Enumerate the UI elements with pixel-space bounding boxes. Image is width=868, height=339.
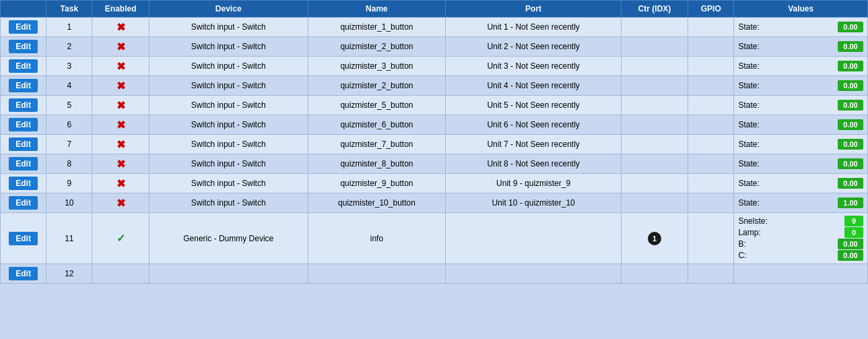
device-name: Switch input - Switch xyxy=(149,115,308,135)
edit-button-row-9[interactable]: Edit xyxy=(9,177,38,190)
edit-cell: Edit xyxy=(1,115,46,135)
table-row: Edit4✖Switch input - Switchquizmister_2_… xyxy=(1,76,868,96)
port-info: Unit 10 - quizmister_10 xyxy=(446,193,622,213)
edit-button-row-12[interactable]: Edit xyxy=(9,267,38,280)
device-name: Switch input - Switch xyxy=(149,76,308,96)
edit-button-row-5[interactable]: Edit xyxy=(9,98,38,112)
edit-cell: Edit xyxy=(1,96,46,115)
edit-button-row-7[interactable]: Edit xyxy=(9,137,38,151)
ctr-idx xyxy=(621,57,688,76)
value-display: 0.00 xyxy=(838,100,863,111)
task-number: 3 xyxy=(46,57,92,76)
value-display: 0.00 xyxy=(838,158,863,169)
device-name: Switch input - Switch xyxy=(149,135,308,154)
enabled-indicator: ✖ xyxy=(92,193,149,213)
edit-button-row-2[interactable]: Edit xyxy=(9,40,38,53)
gpio-value xyxy=(688,96,734,115)
col-header-name: Name xyxy=(308,1,446,18)
ctr-idx xyxy=(621,76,688,96)
ctr-idx xyxy=(621,193,688,213)
disabled-icon: ✖ xyxy=(116,158,125,170)
table-row: Edit3✖Switch input - Switchquizmister_3_… xyxy=(1,57,868,76)
gpio-value xyxy=(688,18,734,37)
value-label: C: xyxy=(738,251,746,260)
device-item-name: quizmister_7_button xyxy=(308,135,446,154)
port-info: Unit 9 - quizmister_9 xyxy=(446,174,622,193)
table-row: Edit11✓Generic - Dummy Deviceinfo1Snelst… xyxy=(1,213,868,264)
port-info: Unit 5 - Not Seen recently xyxy=(446,96,622,115)
gpio-value xyxy=(688,76,734,96)
ctr-idx xyxy=(621,115,688,135)
value-label: State: xyxy=(738,120,759,129)
device-name xyxy=(149,264,308,284)
task-number: 1 xyxy=(46,18,92,37)
gpio-value xyxy=(688,57,734,76)
value-display: 0.00 xyxy=(838,61,863,71)
task-number: 8 xyxy=(46,154,92,174)
port-info: Unit 6 - Not Seen recently xyxy=(446,115,622,135)
value-row: State:0.00 xyxy=(738,178,863,189)
table-row: Edit8✖Switch input - Switchquizmister_8_… xyxy=(1,154,868,174)
value-row: State:0.00 xyxy=(738,41,863,52)
edit-cell: Edit xyxy=(1,264,46,284)
ctr-idx xyxy=(621,174,688,193)
col-header-ctr: Ctr (IDX) xyxy=(621,1,688,18)
value-label: State: xyxy=(738,140,759,149)
value-row: State:0.00 xyxy=(738,61,863,71)
gpio-value xyxy=(688,213,734,264)
enabled-indicator: ✖ xyxy=(92,76,149,96)
edit-button-row-10[interactable]: Edit xyxy=(9,196,38,210)
edit-cell: Edit xyxy=(1,213,46,264)
value-row: State:1.00 xyxy=(738,197,863,208)
values-cell: State:0.00 xyxy=(734,154,868,174)
device-name: Switch input - Switch xyxy=(149,37,308,57)
edit-cell: Edit xyxy=(1,135,46,154)
value-row: C:0.00 xyxy=(738,250,863,261)
values-cell: State:0.00 xyxy=(734,57,868,76)
value-display: 0.00 xyxy=(838,41,863,52)
device-name: Switch input - Switch xyxy=(149,174,308,193)
enabled-indicator: ✖ xyxy=(92,96,149,115)
port-info: Unit 4 - Not Seen recently xyxy=(446,76,622,96)
device-item-name: quizmister_8_button xyxy=(308,154,446,174)
value-display: 9 xyxy=(844,216,863,226)
edit-button-row-4[interactable]: Edit xyxy=(9,79,38,92)
gpio-value xyxy=(688,174,734,193)
value-row: State:0.00 xyxy=(738,139,863,150)
enabled-indicator: ✖ xyxy=(92,115,149,135)
edit-cell: Edit xyxy=(1,76,46,96)
device-name: Generic - Dummy Device xyxy=(149,213,308,264)
table-row: Edit6✖Switch input - Switchquizmister_6_… xyxy=(1,115,868,135)
edit-cell: Edit xyxy=(1,18,46,37)
values-cell: State:0.00 xyxy=(734,37,868,57)
ctr-idx xyxy=(621,154,688,174)
values-cell: State:1.00 xyxy=(734,193,868,213)
edit-cell: Edit xyxy=(1,193,46,213)
values-cell: State:0.00 xyxy=(734,18,868,37)
table-row: Edit1✖Switch input - Switchquizmister_1_… xyxy=(1,18,868,37)
value-display: 0.00 xyxy=(838,178,863,189)
value-label: State: xyxy=(738,22,759,32)
edit-button-row-1[interactable]: Edit xyxy=(9,20,38,34)
edit-button-row-11[interactable]: Edit xyxy=(9,232,38,245)
value-display: 0.00 xyxy=(838,119,863,130)
port-info xyxy=(446,264,622,284)
ctr-idx xyxy=(621,135,688,154)
disabled-icon: ✖ xyxy=(116,61,125,72)
col-header-gpio: GPIO xyxy=(688,1,734,18)
device-item-name: quizmister_6_button xyxy=(308,115,446,135)
enabled-indicator: ✖ xyxy=(92,37,149,57)
gpio-value xyxy=(688,37,734,57)
value-display: 1.00 xyxy=(838,197,863,208)
enabled-indicator: ✖ xyxy=(92,154,149,174)
edit-button-row-3[interactable]: Edit xyxy=(9,59,38,73)
edit-button-row-6[interactable]: Edit xyxy=(9,118,38,131)
device-item-name: quizmister_9_button xyxy=(308,174,446,193)
value-display: 0.00 xyxy=(838,239,863,249)
table-row: Edit9✖Switch input - Switchquizmister_9_… xyxy=(1,174,868,193)
value-label: State: xyxy=(738,81,759,90)
edit-button-row-8[interactable]: Edit xyxy=(9,157,38,171)
enabled-icon: ✓ xyxy=(116,233,125,244)
device-name: Switch input - Switch xyxy=(149,154,308,174)
device-item-name xyxy=(308,264,446,284)
